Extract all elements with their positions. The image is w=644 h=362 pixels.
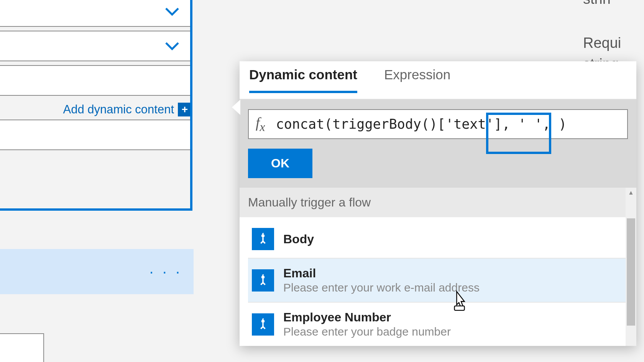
chevron-down-icon[interactable]: [163, 37, 181, 55]
list-item[interactable]: Body: [248, 220, 628, 259]
trigger-icon: [252, 269, 274, 292]
popup-pointer: [232, 100, 240, 115]
list-item[interactable]: Employee Number Please enter your badge …: [248, 303, 628, 346]
ellipsis-icon[interactable]: · · ·: [149, 263, 182, 280]
scroll-up-icon[interactable]: ▲: [626, 188, 636, 198]
svg-point-2: [261, 319, 265, 323]
expression-input[interactable]: fx concat(triggerBody()['text'], ' ', ): [248, 109, 628, 139]
dynamic-content-popup: Dynamic content Expression fx concat(tri…: [240, 61, 636, 346]
form-field[interactable]: [0, 0, 192, 27]
form-field[interactable]: [0, 31, 192, 61]
form-field[interactable]: [0, 65, 192, 96]
action-step-card[interactable]: · · ·: [0, 249, 194, 294]
tab-dynamic-content[interactable]: Dynamic content: [249, 67, 357, 93]
form-card: Add dynamic content +: [0, 0, 192, 150]
scroll-thumb[interactable]: [627, 218, 635, 326]
item-subtitle: Please enter your badge number: [283, 325, 451, 338]
chevron-down-icon[interactable]: [163, 2, 181, 21]
svg-rect-3: [455, 306, 465, 311]
add-dynamic-content-link[interactable]: Add dynamic content +: [0, 100, 192, 120]
scrollbar[interactable]: ▲: [626, 188, 636, 346]
plus-icon: +: [178, 103, 192, 116]
add-dynamic-content-label: Add dynamic content: [63, 103, 174, 116]
ok-row: OK: [240, 149, 636, 188]
expression-value: concat(triggerBody()['text'], ' ', ): [276, 116, 567, 132]
item-title: Body: [283, 232, 314, 246]
section-header: Manually trigger a flow: [240, 188, 636, 217]
trigger-icon: [252, 313, 274, 336]
fx-icon: fx: [256, 114, 265, 134]
list-item[interactable]: Email Please enter your work e-mail addr…: [248, 259, 628, 303]
form-field[interactable]: [0, 120, 192, 150]
cursor-pointer-icon: [450, 290, 470, 314]
trigger-icon: [252, 228, 274, 250]
svg-point-1: [261, 275, 265, 279]
item-title: Email: [283, 266, 480, 280]
partial-field[interactable]: e: [0, 333, 44, 362]
expression-bar: fx concat(triggerBody()['text'], ' ', ): [240, 100, 636, 149]
ok-button[interactable]: OK: [248, 149, 312, 178]
tab-expression[interactable]: Expression: [384, 67, 450, 93]
tabs: Dynamic content Expression: [240, 61, 636, 100]
item-title: Employee Number: [283, 310, 451, 324]
svg-point-0: [261, 234, 265, 238]
dynamic-items-list: Body Email Please enter your work e-mail…: [240, 217, 636, 346]
